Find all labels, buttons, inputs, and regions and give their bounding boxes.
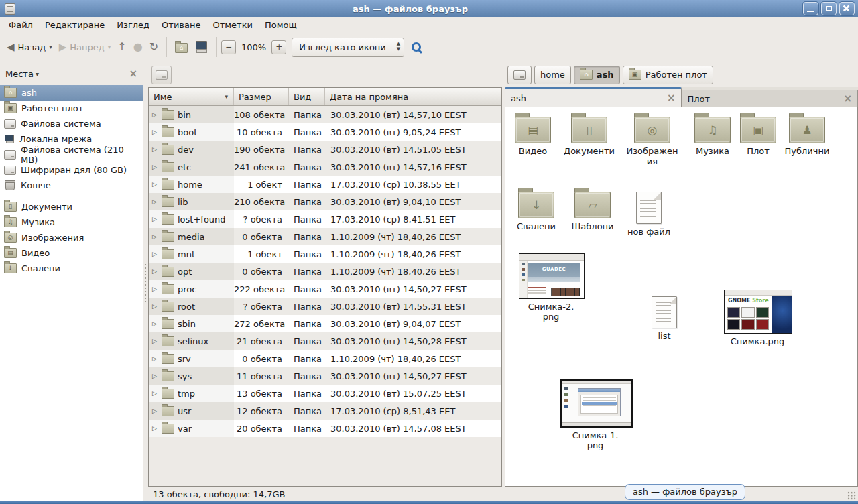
expander-icon[interactable]: ▷: [152, 320, 158, 327]
sidebar-item-6[interactable]: Кошче: [0, 178, 143, 193]
up-button[interactable]: ↑: [114, 38, 129, 56]
tree-row-mnt[interactable]: ▷mnt1 обектПапка1.10.2009 (чт) 18,40,26 …: [149, 245, 501, 263]
expander-icon[interactable]: ▷: [152, 425, 158, 432]
sidebar-splitter[interactable]: [143, 62, 148, 501]
computer-button[interactable]: [191, 38, 211, 57]
search-icon[interactable]: [411, 42, 422, 53]
back-button[interactable]: ◀ Назад ▾: [3, 39, 56, 56]
icon-item-Документи[interactable]: ▯Документи: [559, 113, 619, 156]
sidebar-close-icon[interactable]: ×: [129, 69, 137, 79]
sidebar-item-0[interactable]: ⌂ash: [0, 85, 143, 101]
tab-close-icon[interactable]: ×: [667, 93, 676, 103]
tree-row-tmp[interactable]: ▷tmp13 обектаПапка30.03.2010 (вт) 15,07,…: [149, 385, 501, 402]
expander-icon[interactable]: ▷: [152, 111, 158, 118]
tree-row-dev[interactable]: ▷dev190 обектаПапка30.03.2010 (вт) 14,51…: [149, 141, 501, 158]
tree-row-media[interactable]: ▷media0 обектаПапка1.10.2009 (чт) 18,40,…: [149, 228, 501, 245]
tab-Плот[interactable]: Плот×: [682, 90, 858, 107]
column-header-type[interactable]: Вид: [289, 88, 325, 105]
path-button-Работен плот[interactable]: ▣Работен плот: [623, 66, 713, 84]
menu-item-edit[interactable]: Редактиране: [39, 19, 111, 32]
menu-item-view[interactable]: Изглед: [111, 19, 156, 32]
tree-row-lost+found[interactable]: ▷lost+found? обектаПапка17.03.2010 (ср) …: [149, 210, 501, 228]
expander-icon[interactable]: ▷: [152, 355, 158, 362]
expander-icon[interactable]: ▷: [152, 198, 158, 205]
back-dropdown-caret-icon[interactable]: ▾: [49, 44, 52, 50]
expander-icon[interactable]: ▷: [152, 146, 158, 153]
sidebar-item-11[interactable]: ▤Видео: [0, 245, 143, 261]
view-mode-spin-icon[interactable]: ▲▼: [393, 38, 404, 56]
minimize-button[interactable]: [803, 2, 818, 15]
home-button[interactable]: ⌂: [172, 38, 191, 56]
tree-row-boot[interactable]: ▷boot10 обектаПапка30.03.2010 (вт) 9,05,…: [149, 123, 501, 141]
path-button-home[interactable]: home: [534, 66, 571, 84]
icon-item-Изображения[interactable]: ◎Изображения: [625, 113, 680, 167]
expander-icon[interactable]: ▷: [152, 373, 158, 379]
icon-item-Видео[interactable]: ▤Видео: [505, 113, 563, 156]
icon-item-Свалени[interactable]: ↓Свалени: [506, 188, 566, 231]
sidebar-item-10[interactable]: ◎Изображения: [0, 230, 143, 245]
icon-item-нов файл[interactable]: нов файл: [619, 192, 679, 237]
icon-view[interactable]: ▤Видео▯Документи◎Изображения♫Музика▣Плот…: [505, 107, 858, 487]
icon-item-Снимка-2.png[interactable]: GUADECСнимка-2.png: [519, 253, 583, 322]
tree-row-sbin[interactable]: ▷sbin272 обектаПапка30.03.2010 (вт) 9,04…: [149, 315, 501, 332]
icon-item-Снимка-1.png[interactable]: Снимка-1.png: [560, 379, 630, 451]
tree-row-var[interactable]: ▷var20 обектаПапка30.03.2010 (вт) 14,57,…: [149, 420, 501, 437]
sidebar-item-9[interactable]: ♫Музика: [0, 214, 143, 230]
sidebar-dropdown-caret-icon[interactable]: ▾: [36, 70, 39, 78]
tree-row-sys[interactable]: ▷sys11 обектаПапка30.03.2010 (вт) 14,50,…: [149, 367, 501, 385]
expander-icon[interactable]: ▷: [152, 164, 158, 170]
tree-row-srv[interactable]: ▷srv0 обектаПапка1.10.2009 (чт) 18,40,26…: [149, 350, 501, 367]
expander-icon[interactable]: ▷: [152, 129, 158, 135]
tree-row-home[interactable]: ▷home1 обектПапка17.03.2010 (ср) 10,38,5…: [149, 176, 501, 193]
sidebar-item-2[interactable]: Файлова система: [0, 116, 143, 131]
column-header-modified[interactable]: Дата на промяна: [325, 88, 501, 105]
zoom-out-button[interactable]: −: [221, 40, 236, 54]
sidebar-item-4[interactable]: Файлова система (210 MB): [0, 147, 143, 162]
expander-icon[interactable]: ▷: [152, 233, 158, 240]
tree-root-button[interactable]: [151, 66, 172, 84]
expander-icon[interactable]: ▷: [152, 338, 158, 344]
maximize-button[interactable]: [821, 2, 837, 15]
sidebar-item-1[interactable]: ▣Работен плот: [0, 101, 143, 116]
title-bar[interactable]: ash — файлов браузър: [0, 0, 858, 17]
expander-icon[interactable]: ▷: [152, 390, 158, 397]
expander-icon[interactable]: ▷: [152, 251, 158, 257]
stop-button[interactable]: ●: [130, 38, 146, 56]
view-mode-select[interactable]: Изглед като икони ▲▼: [292, 38, 404, 57]
expander-icon[interactable]: ▷: [152, 286, 158, 292]
zoom-in-button[interactable]: +: [271, 40, 286, 54]
menu-item-help[interactable]: Помощ: [259, 19, 303, 32]
tree-row-opt[interactable]: ▷opt0 обектаПапка1.10.2009 (чт) 18,40,26…: [149, 263, 501, 280]
icon-item-Шаблони[interactable]: ▱Шаблони: [562, 188, 623, 231]
tree-row-selinux[interactable]: ▷selinux21 обектаПапка30.03.2010 (вт) 14…: [149, 332, 501, 350]
expander-icon[interactable]: ▷: [152, 407, 158, 414]
expander-icon[interactable]: ▷: [152, 268, 158, 275]
tree-row-root[interactable]: ▷root? обектаПапка30.03.2010 (вт) 14,55,…: [149, 298, 501, 315]
tree-row-lib[interactable]: ▷lib210 обектаПапка30.03.2010 (вт) 9,04,…: [149, 193, 501, 210]
menu-item-bookmarks[interactable]: Отметки: [206, 19, 258, 32]
menu-item-file[interactable]: Файл: [3, 19, 39, 32]
close-button[interactable]: [839, 2, 855, 15]
tree-row-bin[interactable]: ▷bin108 обектаПапка30.03.2010 (вт) 14,57…: [149, 106, 501, 123]
column-header-size[interactable]: Размер: [234, 88, 289, 105]
tree-row-usr[interactable]: ▷usr12 обектаПапка17.03.2010 (ср) 8,51,4…: [149, 402, 501, 420]
icon-item-Публични[interactable]: ♟Публични: [777, 113, 837, 156]
sidebar-title[interactable]: Места: [5, 69, 34, 79]
path-button-root[interactable]: [507, 66, 532, 84]
tree-row-proc[interactable]: ▷proc222 обектаПапка30.03.2010 (вт) 14,5…: [149, 280, 501, 298]
tree-row-etc[interactable]: ▷etc241 обектаПапка30.03.2010 (вт) 14,57…: [149, 158, 501, 176]
tab-close-icon[interactable]: ×: [843, 94, 852, 104]
resize-grip[interactable]: [847, 491, 857, 500]
tab-ash[interactable]: ash×: [505, 87, 682, 107]
expander-icon[interactable]: ▷: [152, 216, 158, 223]
path-button-ash[interactable]: ⌂ash: [574, 66, 620, 84]
expander-icon[interactable]: ▷: [152, 303, 158, 310]
icon-item-list[interactable]: list: [634, 296, 694, 341]
expander-icon[interactable]: ▷: [152, 181, 158, 188]
forward-button[interactable]: ▶ Напред ▾: [56, 39, 115, 56]
reload-button[interactable]: ↻: [146, 38, 162, 56]
menu-item-go[interactable]: Отиване: [156, 19, 206, 32]
sidebar-item-8[interactable]: ▯Документи: [0, 199, 143, 214]
sidebar-item-5[interactable]: Шифриран дял (80 GB): [0, 162, 143, 178]
icon-item-Снимка.png[interactable]: GNOME StoreСнимка.png: [724, 290, 791, 346]
